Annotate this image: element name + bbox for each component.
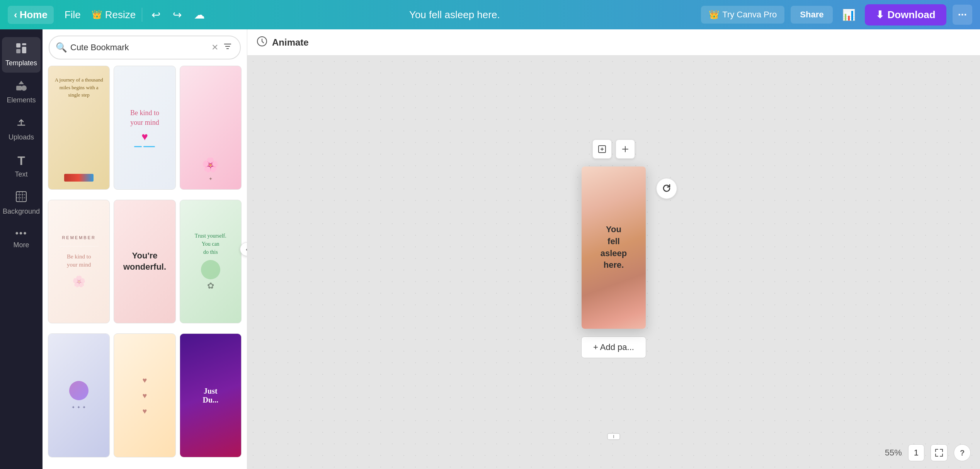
- document-title: You fell asleep here.: [214, 9, 695, 21]
- bookmark-text: Youfellasleephere.: [589, 224, 639, 271]
- sidebar-item-more[interactable]: ••• More: [2, 223, 41, 255]
- sidebar-item-text[interactable]: T Text: [2, 148, 41, 184]
- sidebar-item-elements[interactable]: Elements: [2, 74, 41, 110]
- zoom-level[interactable]: 55%: [885, 448, 902, 458]
- file-button[interactable]: File: [60, 6, 85, 24]
- share-button[interactable]: Share: [791, 6, 833, 24]
- sidebar-more-label: More: [13, 241, 29, 249]
- rotate-button[interactable]: [656, 178, 677, 199]
- left-sidebar: Templates Elements Uploads T: [0, 29, 43, 469]
- template-card-7[interactable]: ✦ ✦ ✦: [48, 333, 110, 457]
- sidebar-background-label: Background: [3, 207, 40, 216]
- uploads-icon: [15, 117, 27, 131]
- canvas-area: Animate: [247, 29, 980, 469]
- search-clear-button[interactable]: ✕: [211, 42, 218, 53]
- analytics-button[interactable]: 📊: [839, 5, 859, 24]
- chevron-left-icon: ‹: [14, 9, 17, 21]
- top-navigation: ‹ Home File 👑 Resize ↩ ↪ ☁ You fell asle…: [0, 0, 980, 29]
- sidebar-item-uploads[interactable]: Uploads: [2, 111, 41, 147]
- template-card-2[interactable]: Be kind toyour mind ♥: [114, 66, 175, 190]
- more-icon: •••: [15, 228, 27, 239]
- templates-panel: 🔍 ✕ A journey of a thousand miles begins…: [43, 29, 247, 469]
- elements-icon: [15, 80, 27, 94]
- template-card-8[interactable]: ♥♥♥: [114, 333, 175, 457]
- template-card-5[interactable]: You'rewonderful.: [114, 200, 175, 324]
- sidebar-uploads-label: Uploads: [9, 133, 34, 141]
- svg-point-5: [21, 85, 27, 91]
- add-page-button[interactable]: + Add pa...: [581, 336, 646, 358]
- redo-button[interactable]: ↪: [170, 5, 185, 24]
- undo-button[interactable]: ↩: [148, 5, 163, 24]
- fullscreen-button[interactable]: [931, 444, 948, 461]
- download-label: Download: [887, 9, 935, 21]
- svg-rect-1: [22, 43, 26, 45]
- home-button[interactable]: ‹ Home: [8, 6, 54, 24]
- crown-icon: 👑: [92, 10, 102, 20]
- sidebar-templates-label: Templates: [5, 59, 37, 67]
- svg-rect-0: [16, 43, 20, 48]
- crown-icon-pro: 👑: [709, 10, 719, 20]
- template-card-6[interactable]: Trust yourself.You cando this ✿: [180, 200, 242, 324]
- svg-rect-7: [16, 192, 26, 202]
- animate-icon: [257, 36, 267, 49]
- main-layout: Templates Elements Uploads T: [0, 29, 980, 469]
- sidebar-text-label: Text: [15, 170, 27, 178]
- svg-rect-3: [22, 47, 26, 53]
- template-card-4[interactable]: REMEMBER Be kind toyour mind 🌸: [48, 200, 110, 324]
- template-card-9[interactable]: JustDu...: [180, 333, 242, 457]
- bookmark-container: Youfellasleephere. + Add pa...: [581, 167, 646, 358]
- home-label: Home: [20, 9, 48, 21]
- try-canva-pro-button[interactable]: 👑 Try Canva Pro: [701, 6, 784, 24]
- templates-icon: [15, 42, 27, 57]
- bookmark-toolbar: [592, 139, 635, 159]
- add-element-button[interactable]: [616, 139, 635, 159]
- more-options-button[interactable]: ···: [953, 5, 972, 25]
- cloud-save-button[interactable]: ☁: [191, 5, 208, 24]
- search-icon: 🔍: [56, 42, 67, 53]
- page-indicator[interactable]: 1: [908, 444, 924, 461]
- sidebar-elements-label: Elements: [7, 96, 36, 104]
- search-bar: 🔍 ✕: [49, 36, 241, 59]
- try-canva-label: Try Canva Pro: [722, 10, 777, 20]
- download-icon: ⬇: [876, 9, 884, 21]
- download-button[interactable]: ⬇ Download: [865, 4, 946, 25]
- resize-label: Resize: [105, 9, 136, 21]
- svg-rect-2: [16, 49, 20, 53]
- canvas-footer: 55% 1 ?: [885, 444, 971, 461]
- show-pages-button[interactable]: [607, 433, 621, 442]
- template-card-1[interactable]: A journey of a thousand miles begins wit…: [48, 66, 110, 190]
- templates-grid: A journey of a thousand miles begins wit…: [43, 66, 247, 469]
- bookmark-card[interactable]: Youfellasleephere.: [582, 167, 646, 329]
- text-icon: T: [17, 154, 25, 168]
- svg-marker-4: [19, 81, 24, 84]
- filter-button[interactable]: [221, 40, 234, 55]
- canvas-workspace[interactable]: Youfellasleephere. + Add pa... 55% 1: [247, 56, 980, 469]
- sidebar-item-background[interactable]: Background: [2, 185, 41, 221]
- svg-rect-6: [16, 86, 22, 90]
- sidebar-item-templates[interactable]: Templates: [2, 37, 41, 73]
- help-button[interactable]: ?: [954, 444, 971, 461]
- background-icon: [15, 191, 27, 205]
- resize-button[interactable]: 👑 Resize: [92, 9, 136, 21]
- animate-bar: Animate: [247, 29, 980, 56]
- search-input[interactable]: [70, 42, 208, 53]
- add-to-frame-button[interactable]: [592, 139, 612, 159]
- separator: [142, 8, 142, 22]
- animate-label[interactable]: Animate: [272, 37, 309, 48]
- template-card-3[interactable]: 🌸 ✦: [180, 66, 242, 190]
